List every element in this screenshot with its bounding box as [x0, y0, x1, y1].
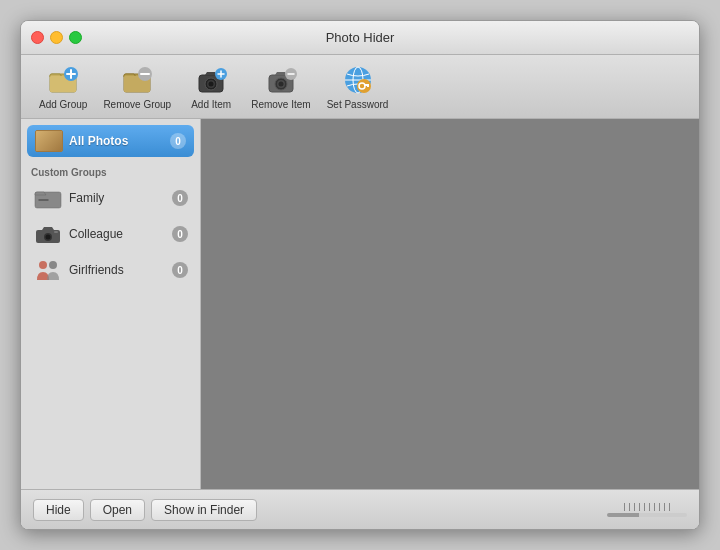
girlfriends-icon — [33, 258, 63, 282]
svg-point-35 — [39, 261, 47, 269]
sidebar: All Photos 0 Custom Groups Family 0 — [21, 119, 201, 489]
slider-ticks — [624, 503, 670, 511]
svg-point-33 — [46, 235, 51, 240]
window-controls — [31, 31, 82, 44]
tick-1 — [624, 503, 625, 511]
tick-8 — [659, 503, 660, 511]
tick-7 — [654, 503, 655, 511]
minimize-button[interactable] — [50, 31, 63, 44]
main-area: All Photos 0 Custom Groups Family 0 — [21, 119, 699, 489]
open-button[interactable]: Open — [90, 499, 145, 521]
show-in-finder-button[interactable]: Show in Finder — [151, 499, 257, 521]
custom-groups-section: Custom Groups — [21, 161, 200, 180]
tick-3 — [634, 503, 635, 511]
close-button[interactable] — [31, 31, 44, 44]
family-icon — [33, 186, 63, 210]
tick-6 — [649, 503, 650, 511]
set-password-label: Set Password — [327, 99, 389, 110]
maximize-button[interactable] — [69, 31, 82, 44]
remove-group-icon — [121, 64, 153, 96]
tick-5 — [644, 503, 645, 511]
colleague-label: Colleague — [69, 227, 172, 241]
title-bar: Photo Hider — [21, 21, 699, 55]
svg-point-36 — [49, 261, 57, 269]
svg-rect-28 — [367, 84, 369, 87]
svg-point-19 — [278, 81, 283, 86]
remove-item-label: Remove Item — [251, 99, 310, 110]
set-password-button[interactable]: Set Password — [321, 60, 395, 114]
zoom-slider[interactable] — [607, 513, 687, 517]
toolbar: Add Group Remove Group — [21, 55, 699, 119]
add-item-button[interactable]: Add Item — [181, 60, 241, 114]
add-item-icon — [195, 64, 227, 96]
tick-10 — [669, 503, 670, 511]
set-password-icon — [342, 64, 374, 96]
add-group-icon — [47, 64, 79, 96]
all-photos-icon — [35, 130, 63, 152]
window-title: Photo Hider — [326, 30, 395, 45]
group-item-girlfriends[interactable]: Girlfriends 0 — [25, 253, 196, 287]
add-item-label: Add Item — [191, 99, 231, 110]
content-area — [201, 119, 699, 489]
add-group-label: Add Group — [39, 99, 87, 110]
tick-2 — [629, 503, 630, 511]
remove-group-label: Remove Group — [103, 99, 171, 110]
svg-point-12 — [209, 81, 214, 86]
bottom-bar: Hide Open Show in Finder — [21, 489, 699, 529]
zoom-slider-container — [607, 503, 687, 517]
colleague-badge: 0 — [172, 226, 188, 242]
girlfriends-label: Girlfriends — [69, 263, 172, 277]
group-item-colleague[interactable]: Colleague 0 — [25, 217, 196, 251]
all-photos-item[interactable]: All Photos 0 — [27, 125, 194, 157]
tick-4 — [639, 503, 640, 511]
bottom-buttons: Hide Open Show in Finder — [33, 499, 607, 521]
colleague-icon — [33, 222, 63, 246]
family-label: Family — [69, 191, 172, 205]
main-window: Photo Hider Add Group — [20, 20, 700, 530]
svg-rect-34 — [54, 231, 58, 233]
girlfriends-badge: 0 — [172, 262, 188, 278]
all-photos-badge: 0 — [170, 133, 186, 149]
hide-button[interactable]: Hide — [33, 499, 84, 521]
remove-item-button[interactable]: Remove Item — [245, 60, 316, 114]
all-photos-label: All Photos — [69, 134, 170, 148]
tick-9 — [664, 503, 665, 511]
slider-wrapper — [607, 503, 687, 517]
family-badge: 0 — [172, 190, 188, 206]
add-group-button[interactable]: Add Group — [33, 60, 93, 114]
remove-item-icon — [265, 64, 297, 96]
group-item-family[interactable]: Family 0 — [25, 181, 196, 215]
remove-group-button[interactable]: Remove Group — [97, 60, 177, 114]
